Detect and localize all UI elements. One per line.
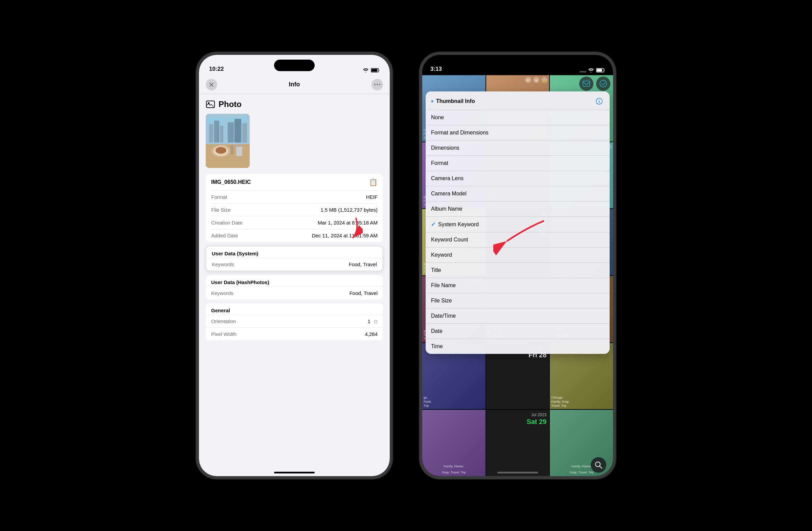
dropdown-item-datetime[interactable]: Date/Time — [426, 308, 610, 324]
file-size-label: File Size — [431, 298, 604, 304]
dropdown-item-file-name[interactable]: File Name — [426, 278, 610, 293]
hashphotos-keywords-row: Keywords Food, Travel — [206, 287, 383, 299]
nav-title: Info — [289, 81, 300, 88]
date-label: Date — [431, 328, 604, 334]
tag-icon: 🏷 — [525, 76, 532, 83]
dropdown-chevron-icon: ▾ — [431, 99, 433, 104]
svg-point-27 — [582, 71, 583, 72]
user-data-hashphotos-title: User Data (HashPhotos) — [206, 275, 383, 287]
dropdown-item-title[interactable]: Title — [426, 263, 610, 278]
checkmark-icon: ✓ — [431, 221, 435, 227]
home-indicator-1 — [274, 472, 315, 473]
info-button[interactable]: i — [594, 96, 604, 106]
dropdown-item-dimensions[interactable]: Dimensions — [426, 141, 610, 156]
sat-29: Sat 29 — [526, 418, 547, 426]
grid-18-labels: Family, Flower,Snap, Travel, Trip — [569, 465, 593, 474]
svg-rect-12 — [214, 121, 219, 143]
info-icon: i — [596, 98, 603, 104]
dropdown-item-format-dims[interactable]: Format and Dimensions — [426, 125, 610, 141]
hashphotos-keywords-value: Food, Travel — [349, 290, 378, 296]
format-dims-label: Format and Dimensions — [431, 130, 604, 136]
svg-rect-11 — [209, 124, 213, 143]
wifi-icon-2 — [588, 68, 594, 72]
grid-icon: ⊞ — [533, 76, 540, 83]
dropdown-item-keyword-count[interactable]: Keyword Count — [426, 232, 610, 248]
dropdown-container: ▾ Thumbnail Info i None Format and Dimen… — [422, 92, 613, 354]
svg-rect-21 — [236, 146, 242, 156]
filesize-label: File Size — [211, 207, 231, 213]
svg-text:i: i — [598, 99, 599, 104]
dropdown-item-album-name[interactable]: Album Name — [426, 201, 610, 217]
format-label: Format — [211, 194, 227, 200]
dropdown-item-system-keyword[interactable]: ✓ System Keyword — [426, 217, 610, 232]
dynamic-island-2 — [497, 60, 538, 71]
wifi-icon — [363, 68, 369, 72]
filename-row: IMG_0650.HEIC 📋 — [211, 174, 378, 191]
check-action-btn[interactable] — [596, 76, 610, 91]
hashphotos-keywords-label: Keywords — [211, 290, 233, 296]
dropdown-item-keyword[interactable]: Keyword — [426, 248, 610, 263]
thumbnail-info-dropdown[interactable]: ▾ Thumbnail Info i None Format and Dimen… — [426, 92, 610, 354]
filesize-value: 1.5 MB (1,512,737 bytes) — [321, 207, 378, 213]
grid-cell-15-labels: Chicago,Family, Snap,Travel, Trip — [551, 396, 612, 408]
thumbnail-svg — [206, 114, 250, 168]
date-header-sat29: Jul 2023 Sat 29 — [486, 410, 549, 476]
photo-section-header: Photo — [206, 100, 383, 109]
photo-title: Photo — [219, 100, 242, 109]
phone-2: 3:13 Chicago,Family, Flower,Travel, Trip — [420, 52, 616, 479]
grid-cell-16: Family, Flower,Snap, Travel, Trip — [422, 410, 485, 476]
info-content: Photo — [199, 94, 390, 476]
pixel-width-value: 4,284 — [365, 331, 378, 337]
orientation-label: Orientation — [211, 318, 236, 324]
svg-point-3 — [377, 84, 378, 85]
more-button[interactable] — [372, 79, 383, 90]
svg-point-20 — [216, 147, 226, 154]
search-button[interactable] — [591, 457, 606, 473]
svg-text:🔒: 🔒 — [543, 79, 546, 82]
dropdown-item-format[interactable]: Format — [426, 156, 610, 171]
svg-point-2 — [374, 84, 376, 85]
svg-text:⊞: ⊞ — [535, 79, 538, 82]
dropdown-item-camera-lens[interactable]: Camera Lens — [426, 171, 610, 186]
dropdown-item-file-size[interactable]: File Size — [426, 293, 610, 308]
more-icon — [374, 84, 380, 85]
svg-point-29 — [585, 71, 586, 72]
red-arrow-1 — [336, 214, 363, 241]
time-label: Time — [431, 344, 604, 349]
status-time-1: 10:22 — [209, 66, 223, 72]
jul-2023-2: Jul 2023 — [531, 413, 547, 417]
filename: IMG_0650.HEIC — [211, 179, 251, 185]
nav-bar-1: Info — [199, 75, 390, 94]
mail-action-btn[interactable] — [579, 76, 593, 91]
top-right-actions — [579, 76, 610, 91]
close-button[interactable] — [206, 79, 217, 90]
close-icon — [209, 83, 214, 87]
user-data-system-keywords-row: Keywords Food, Travel — [206, 258, 382, 270]
dropdown-item-time[interactable]: Time — [426, 339, 610, 354]
file-name-label: File Name — [431, 282, 604, 289]
dropdown-item-none[interactable]: None — [426, 110, 610, 125]
pixel-width-row: Pixel Width 4,284 — [206, 327, 383, 340]
svg-rect-31 — [597, 69, 602, 71]
system-keywords-value: Food, Travel — [349, 262, 377, 267]
dropdown-item-date[interactable]: Date — [426, 324, 610, 339]
grid-cell-13-labels: go,Food,Trip — [424, 396, 484, 408]
keyword-label: Keyword — [431, 252, 604, 258]
album-name-label: Album Name — [431, 206, 604, 212]
dropdown-header: ▾ Thumbnail Info i — [426, 92, 610, 110]
dropdown-item-camera-model[interactable]: Camera Model — [426, 186, 610, 201]
svg-rect-13 — [220, 126, 223, 143]
grid-overlay-2: 🏷 ⊞ 🔒 — [525, 76, 548, 83]
svg-point-28 — [583, 71, 585, 72]
svg-point-39 — [600, 80, 607, 87]
user-data-hashphotos-card: User Data (HashPhotos) Keywords Food, Tr… — [206, 275, 383, 299]
svg-rect-14 — [228, 122, 234, 143]
general-card: General Orientation 1 ⊡ Pixel Width 4,28… — [206, 304, 383, 340]
status-time-2: 3:13 — [430, 66, 442, 72]
signal-icon — [580, 68, 586, 72]
system-keyword-label: System Keyword — [438, 222, 604, 227]
svg-rect-22 — [235, 145, 243, 146]
phone-1: 10:22 Info Photo — [196, 52, 392, 479]
svg-rect-15 — [234, 119, 241, 143]
format-label: Format — [431, 160, 604, 166]
